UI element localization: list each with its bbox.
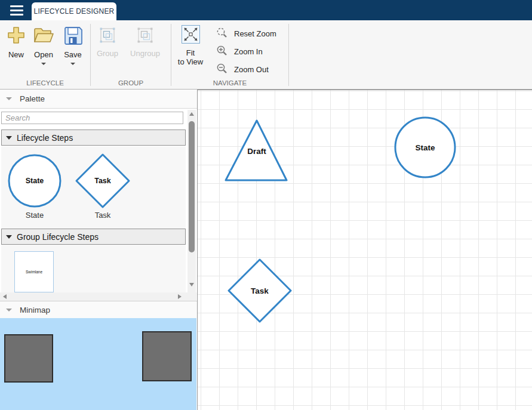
minimap-viewport-rect[interactable] [142, 331, 192, 381]
palette-search-input[interactable] [1, 112, 183, 124]
minimap-viewport-rect[interactable] [4, 334, 53, 383]
section-body-group-lifecycle-steps: Swimlane [1, 245, 186, 292]
hamburger-icon [10, 5, 23, 7]
canvas-draft-node-label: Draft [247, 147, 266, 156]
section-expand-icon[interactable] [6, 136, 12, 140]
zoom-in-button[interactable]: Zoom In [216, 45, 263, 57]
zoom-out-icon [216, 63, 227, 76]
ungroup-button[interactable]: Ungroup [127, 26, 164, 58]
diagram-canvas[interactable]: Draft State Task [197, 90, 532, 410]
minimap-panel-title: Minimap [20, 306, 50, 315]
canvas-task-node-label: Task [251, 286, 269, 295]
ribbon-divider [171, 24, 171, 86]
palette-item-swimlane-shape[interactable]: Swimlane [14, 251, 54, 292]
titlebar: LIFECYCLE DESIGNER [0, 0, 532, 20]
palette-state-item-label: State [11, 211, 59, 220]
ribbon-divider [90, 24, 91, 86]
fit-to-view-label-line1: Fit [186, 48, 195, 57]
vertical-scrollbar-thumb[interactable] [189, 121, 195, 252]
section-header-group-lifecycle-steps[interactable]: Group Lifecycle Steps [1, 229, 186, 245]
new-button-label: New [8, 50, 24, 59]
fit-to-view-label-line2: to View [178, 57, 203, 66]
ungroup-button-label: Ungroup [130, 49, 160, 58]
canvas-state-node-label: State [415, 143, 435, 152]
minimap-view[interactable] [0, 318, 196, 410]
collapse-chevron-icon[interactable] [6, 309, 12, 312]
group-button[interactable]: Group [92, 26, 123, 58]
scroll-down-icon[interactable] [189, 283, 194, 286]
section-title: Group Lifecycle Steps [17, 232, 99, 242]
reset-zoom-button[interactable]: Reset Zoom [216, 27, 276, 39]
open-button[interactable]: Open [30, 25, 57, 65]
palette-panel-title: Palette [20, 94, 45, 103]
navigate-section-label: NAVIGATE [171, 79, 288, 88]
hamburger-icon [10, 10, 23, 11]
new-icon [6, 25, 26, 48]
scroll-up-icon[interactable] [189, 112, 194, 116]
collapse-chevron-icon[interactable] [6, 97, 12, 100]
menu-button[interactable] [5, 2, 29, 18]
open-folder-icon [33, 25, 54, 48]
zoom-in-icon [216, 45, 227, 58]
section-body-lifecycle-steps: State Task State Task [1, 146, 186, 229]
group-section-label: GROUP [91, 79, 171, 88]
tab-lifecycle-designer[interactable]: LIFECYCLE DESIGNER [32, 2, 116, 20]
lifecycle-designer-window: LIFECYCLE DESIGNER New Open [0, 0, 532, 410]
save-icon [63, 25, 83, 48]
reset-zoom-icon [216, 27, 227, 41]
zoom-out-label: Zoom Out [234, 65, 269, 74]
palette-task-item-label: Task [79, 211, 127, 220]
palette-state-shape-text: State [26, 177, 44, 185]
palette-horizontal-scrollbar[interactable] [0, 292, 196, 301]
fit-to-view-icon [182, 25, 200, 46]
minimap-panel-header[interactable]: Minimap [0, 301, 197, 318]
zoom-in-label: Zoom In [234, 47, 263, 56]
ribbon-divider [288, 24, 289, 86]
ribbon-toolstrip: New Open Save [0, 20, 532, 90]
section-expand-icon[interactable] [6, 235, 12, 239]
tab-label: LIFECYCLE DESIGNER [34, 7, 115, 16]
open-button-label: Open [34, 50, 53, 59]
new-button[interactable]: New [4, 25, 29, 59]
palette-panel-header[interactable]: Palette [0, 90, 197, 109]
lifecycle-section-label: LIFECYCLE [0, 79, 90, 88]
ungroup-icon [136, 26, 154, 47]
palette-task-shape-text: Task [94, 177, 111, 185]
group-icon [99, 26, 116, 47]
save-button-label: Save [64, 50, 82, 59]
section-header-lifecycle-steps[interactable]: Lifecycle Steps [1, 130, 186, 146]
reset-zoom-label: Reset Zoom [234, 29, 276, 38]
palette-swimlane-shape-text: Swimlane [26, 270, 42, 274]
hamburger-icon [10, 14, 23, 16]
save-button[interactable]: Save [59, 25, 87, 65]
save-dropdown-arrow-icon[interactable] [70, 63, 75, 65]
palette-vertical-scrollbar[interactable] [187, 110, 196, 292]
zoom-out-button[interactable]: Zoom Out [216, 63, 269, 75]
group-button-label: Group [97, 49, 118, 58]
open-dropdown-arrow-icon[interactable] [41, 63, 46, 65]
scroll-left-icon[interactable] [3, 294, 7, 299]
section-title: Lifecycle Steps [17, 133, 73, 143]
fit-to-view-button[interactable]: Fit to View [176, 25, 205, 66]
scroll-right-icon[interactable] [178, 294, 182, 299]
